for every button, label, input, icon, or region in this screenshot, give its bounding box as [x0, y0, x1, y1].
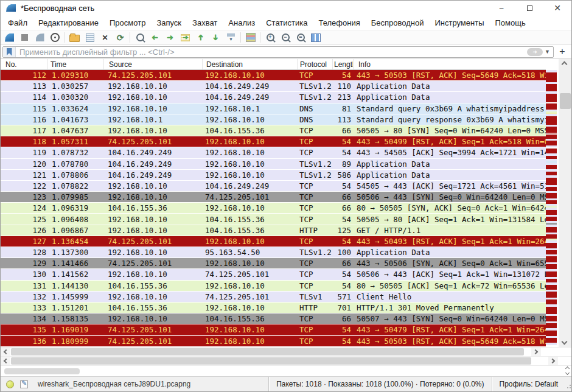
zoom-in-button[interactable]: + — [262, 31, 277, 44]
filter-dropdown-caret[interactable]: ▼ — [545, 49, 550, 55]
apply-filter-button[interactable]: ➜ — [527, 48, 543, 56]
cell-no: 121 — [1, 170, 48, 180]
packet-row-136[interactable]: 1361.18099974.125.205.101192.168.10.10TC… — [1, 336, 546, 347]
packet-row-124[interactable]: 1241.096319104.16.155.36192.168.10.10TCP… — [1, 203, 546, 214]
menu-item-3[interactable]: Просмотр — [104, 17, 151, 29]
menu-item-7[interactable]: Статистика — [260, 17, 313, 29]
packet-row-114[interactable]: 1141.030320192.168.10.10104.16.249.249TL… — [1, 92, 546, 103]
packet-row-123[interactable]: 1231.079985192.168.10.1074.125.205.101TC… — [1, 192, 546, 203]
capture-comment-icon[interactable]: ✎ — [20, 380, 28, 388]
packet-row-118[interactable]: 1181.05731174.125.205.101192.168.10.10TC… — [1, 136, 546, 147]
resize-columns-button[interactable] — [308, 31, 323, 44]
cell-proto: TLSv1.2 — [298, 248, 333, 257]
scroll-left-button[interactable] — [1, 348, 10, 356]
horizontal-scroll-thumb-2[interactable] — [11, 357, 531, 365]
packet-row-134[interactable]: 1341.158135192.168.10.10104.16.155.36TCP… — [1, 313, 546, 324]
packet-row-117[interactable]: 1171.047637192.168.10.10104.16.155.36TCP… — [1, 125, 546, 136]
horizontal-scrollbar-2[interactable] — [1, 356, 571, 365]
go-back-button[interactable]: ➜ — [147, 31, 162, 44]
expert-info-icon[interactable] — [6, 380, 14, 388]
scroll-right-button[interactable] — [531, 348, 541, 356]
menu-item-1[interactable]: Файл — [2, 17, 33, 29]
menu-item-10[interactable]: Инструменты — [429, 17, 489, 29]
horizontal-scrollbar-1[interactable] — [1, 347, 571, 356]
stop-capture-button[interactable] — [17, 31, 32, 44]
packet-row-127[interactable]: 1271.13645474.125.205.101192.168.10.10TC… — [1, 236, 546, 247]
scroll-right-button-2[interactable] — [548, 357, 558, 365]
menu-item-9[interactable]: Беспроводной — [366, 17, 430, 29]
cell-len: 125 — [333, 226, 354, 235]
intelligent-scrollbar[interactable] — [546, 70, 557, 347]
add-filter-button[interactable]: + — [556, 46, 569, 57]
scroll-up-icon[interactable] — [562, 61, 568, 68]
menu-item-2[interactable]: Редактирование — [33, 17, 104, 29]
go-first-button[interactable]: ➜ — [193, 31, 208, 44]
column-header-destination[interactable]: Destination — [203, 59, 298, 69]
packet-list: 1121.02931074.125.205.101192.168.10.10TC… — [1, 70, 546, 347]
save-file-button[interactable] — [82, 31, 97, 44]
toolbar-separator — [240, 32, 241, 43]
column-header-time[interactable]: Time — [48, 59, 104, 69]
packet-row-115[interactable]: 1151.033624192.168.10.10192.168.10.1DNS8… — [1, 103, 546, 114]
packet-row-120[interactable]: 1201.078780104.16.249.249192.168.10.10TL… — [1, 159, 546, 170]
packet-row-133[interactable]: 1331.151201104.16.155.36192.168.10.10HTT… — [1, 303, 546, 313]
restart-capture-button[interactable] — [32, 31, 47, 44]
minimize-button[interactable]: – — [487, 1, 515, 15]
splitter-control[interactable] — [566, 367, 569, 374]
reload-file-icon: ⟳ — [115, 33, 126, 43]
packet-row-119[interactable]: 1191.078732104.16.249.249192.168.10.10TC… — [1, 147, 546, 158]
packet-row-121[interactable]: 1211.078806104.16.249.249192.168.10.10TL… — [1, 170, 546, 181]
packet-row-135[interactable]: 1351.16901974.125.205.101192.168.10.10TC… — [1, 324, 546, 335]
zoom-out-button[interactable]: − — [277, 31, 293, 44]
close-button[interactable]: ✕ — [543, 1, 571, 15]
go-to-packet-button[interactable]: ➜ — [178, 31, 193, 44]
packet-row-132[interactable]: 1321.145999192.168.10.1074.125.205.101TL… — [1, 292, 546, 303]
packet-row-113[interactable]: 1131.030257192.168.10.10104.16.249.249TL… — [1, 81, 546, 92]
maximize-button[interactable] — [515, 1, 543, 15]
profile-label[interactable]: Профиль: Default — [492, 377, 566, 391]
column-header-source[interactable]: Source — [104, 59, 203, 69]
column-header-no[interactable]: No. — [1, 59, 48, 69]
packet-row-122[interactable]: 1221.078822192.168.10.10104.16.249.249TC… — [1, 181, 546, 192]
vertical-scroll-thumb[interactable] — [560, 93, 571, 109]
menu-item-8[interactable]: Телефония — [313, 17, 365, 29]
cell-proto: TCP — [298, 281, 333, 290]
packet-row-126[interactable]: 1261.096867192.168.10.10104.16.155.36HTT… — [1, 225, 546, 236]
cell-time: 1.158135 — [48, 314, 104, 323]
packet-row-130[interactable]: 1301.141562192.168.10.1074.125.205.101TC… — [1, 269, 546, 280]
vertical-scrollbar[interactable] — [559, 59, 571, 347]
colorize-button[interactable] — [243, 31, 258, 44]
packet-row-112[interactable]: 1121.02931074.125.205.101192.168.10.10TC… — [1, 70, 546, 81]
close-file-button[interactable]: ✕ — [97, 31, 113, 44]
column-header-length[interactable]: Length — [333, 59, 354, 69]
filter-bookmark-button[interactable] — [3, 47, 16, 57]
column-header-info[interactable]: Info — [354, 59, 546, 69]
horizontal-scroll-thumb-1[interactable] — [11, 348, 524, 355]
packet-row-129[interactable]: 1291.14146674.125.205.101192.168.10.10TC… — [1, 258, 546, 269]
packet-row-128[interactable]: 1281.137300192.168.10.1095.163.54.50TLSv… — [1, 247, 546, 258]
find-packet-button[interactable] — [132, 31, 147, 44]
packet-row-131[interactable]: 1311.144130104.16.155.36192.168.10.10TCP… — [1, 281, 546, 292]
packet-row-125[interactable]: 1251.096408192.168.10.10104.16.155.36TCP… — [1, 214, 546, 225]
menu-item-6[interactable]: Анализ — [223, 17, 260, 29]
packet-row-116[interactable]: 1161.041673192.168.10.1192.168.10.10DNS1… — [1, 114, 546, 125]
scroll-down-icon[interactable] — [562, 339, 568, 345]
display-filter-input[interactable] — [16, 47, 527, 57]
scroll-left-button-2[interactable] — [1, 357, 10, 365]
resize-grip[interactable] — [565, 377, 571, 391]
start-capture-button[interactable] — [2, 31, 17, 44]
reload-file-button[interactable]: ⟳ — [113, 31, 128, 44]
zoom-reset-button[interactable]: = — [293, 31, 308, 44]
menu-item-4[interactable]: Запуск — [151, 17, 187, 29]
cell-info: Application Data — [354, 93, 546, 102]
open-file-button[interactable] — [67, 31, 82, 44]
go-last-button[interactable]: ➜ — [208, 31, 223, 44]
go-forward-button[interactable]: ➜ — [162, 31, 178, 44]
cell-src: 192.168.10.10 — [104, 93, 203, 102]
menu-item-11[interactable]: Помощь — [490, 17, 531, 29]
bottom-scroll-thumb[interactable] — [4, 368, 80, 374]
column-header-protocol[interactable]: Protocol — [298, 59, 333, 69]
capture-options-button[interactable] — [47, 31, 63, 44]
menu-item-5[interactable]: Захват — [187, 17, 223, 29]
auto-scroll-button[interactable]: ▾ — [223, 31, 239, 44]
